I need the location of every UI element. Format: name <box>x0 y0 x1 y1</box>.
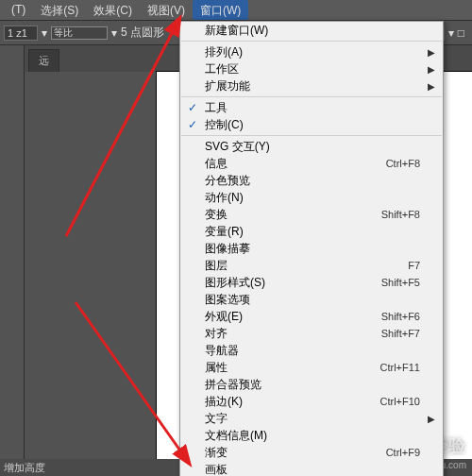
menu-entry-label: 变换 <box>205 207 228 223</box>
chevron-right-icon: ▶ <box>428 81 435 92</box>
chevron-down-icon[interactable]: ▾ <box>111 26 117 40</box>
menu-entry[interactable]: 描边(K)Ctrl+F10 <box>180 393 443 410</box>
sidebar-tools[interactable] <box>0 45 25 476</box>
menu-entry-label: 扩展功能 <box>205 78 250 94</box>
menu-entry[interactable]: 扩展功能▶ <box>180 77 443 94</box>
menu-item-type[interactable]: (T) <box>4 0 33 20</box>
menu-entry-label: 控制(C) <box>205 117 244 133</box>
menu-separator <box>181 96 442 97</box>
menu-shortcut: Shift+F5 <box>381 277 420 288</box>
menu-entry[interactable]: 对齐Shift+F7 <box>180 325 443 342</box>
menu-entry-label: 文档信息(M) <box>205 428 267 444</box>
menu-entry-label: 图像描摹 <box>205 241 250 257</box>
anchor-label: 5 点圆形 <box>121 25 164 41</box>
menu-item-select[interactable]: 选择(S) <box>33 0 86 20</box>
menu-entry[interactable]: 拼合器预览 <box>180 376 443 393</box>
menu-entry[interactable]: 导航器 <box>180 342 443 359</box>
menu-entry[interactable]: 图层F7 <box>180 257 443 274</box>
menu-shortcut: Ctrl+F11 <box>380 362 421 373</box>
menu-entry[interactable]: 画板 <box>180 461 443 476</box>
menu-shortcut: Ctrl+F8 <box>386 158 420 169</box>
menu-separator <box>181 41 442 42</box>
menu-entry-label: 动作(N) <box>205 190 244 206</box>
menu-shortcut: Ctrl+F9 <box>386 447 420 458</box>
menu-entry-label: 拼合器预览 <box>205 377 261 393</box>
menu-item-window[interactable]: 窗口(W) <box>193 0 248 20</box>
menu-entry-label: 排列(A) <box>205 44 243 60</box>
chevron-down-icon[interactable]: ▾ <box>448 26 454 40</box>
menu-entry-label: 工具 <box>205 100 228 116</box>
menu-entry[interactable]: 动作(N) <box>180 189 443 206</box>
menu-entry-label: 外观(E) <box>205 309 243 325</box>
menu-entry[interactable]: 图形样式(S)Shift+F5 <box>180 274 443 291</box>
menu-entry[interactable]: 分色预览 <box>180 172 443 189</box>
menu-shortcut: Shift+F6 <box>381 311 420 322</box>
menu-entry[interactable]: 图像描摹 <box>180 240 443 257</box>
menu-entry[interactable]: ✓控制(C) <box>180 116 443 133</box>
menubar: (T) 选择(S) 效果(C) 视图(V) 窗口(W) <box>0 0 472 21</box>
menu-item-effect[interactable]: 效果(C) <box>86 0 140 20</box>
stroke-type-select[interactable]: 等比 <box>51 26 108 40</box>
menu-entry-label: 属性 <box>205 360 228 376</box>
menu-entry[interactable]: 外观(E)Shift+F6 <box>180 308 443 325</box>
status-left-text: 增加高度 <box>4 461 45 475</box>
menu-entry[interactable]: 新建窗口(W) <box>180 22 443 39</box>
menu-entry-label: 工作区 <box>205 61 239 77</box>
menu-entry-label: 画板 <box>205 462 228 477</box>
menu-entry-label: 分色预览 <box>205 173 250 189</box>
menu-shortcut: Shift+F8 <box>381 209 420 220</box>
menu-entry-label: 渐变 <box>205 445 228 461</box>
menu-entry[interactable]: 属性Ctrl+F11 <box>180 359 443 376</box>
window-menu-dropdown: 新建窗口(W)排列(A)▶工作区▶扩展功能▶✓工具✓控制(C)SVG 交互(Y)… <box>179 21 444 476</box>
chevron-right-icon: ▶ <box>428 414 435 424</box>
menu-entry-label: 文字 <box>205 411 228 427</box>
check-icon: ✓ <box>188 118 197 131</box>
menu-entry-label: 新建窗口(W) <box>205 23 268 39</box>
menu-entry-label: 图形样式(S) <box>205 275 265 291</box>
menu-entry-label: SVG 交互(Y) <box>205 139 270 155</box>
menu-shortcut: F7 <box>408 260 420 271</box>
menu-entry[interactable]: 排列(A)▶ <box>180 43 443 60</box>
check-icon: ✓ <box>188 101 197 114</box>
menu-entry-label: 描边(K) <box>205 394 243 410</box>
menu-entry[interactable]: 图案选项 <box>180 291 443 308</box>
menu-item-view[interactable]: 视图(V) <box>140 0 193 20</box>
chevron-down-icon[interactable]: ▾ <box>42 26 47 40</box>
menu-entry[interactable]: 渐变Ctrl+F9 <box>180 444 443 461</box>
option-box-icon[interactable]: □ <box>458 26 464 40</box>
zoom-input[interactable] <box>4 26 38 41</box>
menu-entry[interactable]: 变量(R) <box>180 223 443 240</box>
chevron-right-icon: ▶ <box>428 47 435 58</box>
menu-entry[interactable]: 信息Ctrl+F8 <box>180 155 443 172</box>
menu-entry-label: 对齐 <box>205 326 228 342</box>
menu-entry-label: 图层 <box>205 258 228 274</box>
menu-entry[interactable]: 变换Shift+F8 <box>180 206 443 223</box>
chevron-right-icon: ▶ <box>428 64 435 75</box>
menu-separator <box>181 135 442 136</box>
menu-shortcut: Ctrl+F10 <box>380 396 421 407</box>
menu-entry[interactable]: SVG 交互(Y) <box>180 138 443 155</box>
menu-entry[interactable]: 工作区▶ <box>180 60 443 77</box>
menu-entry-label: 变量(R) <box>205 224 244 240</box>
menu-entry[interactable]: ✓工具 <box>180 99 443 116</box>
menu-entry-label: 图案选项 <box>205 292 250 308</box>
document-tab[interactable]: 远 <box>28 49 59 72</box>
menu-entry[interactable]: 文档信息(M) <box>180 427 443 444</box>
menu-entry-label: 信息 <box>205 156 228 172</box>
menu-entry[interactable]: 文字▶ <box>180 410 443 427</box>
menu-entry-label: 导航器 <box>205 343 239 359</box>
menu-shortcut: Shift+F7 <box>381 328 420 339</box>
